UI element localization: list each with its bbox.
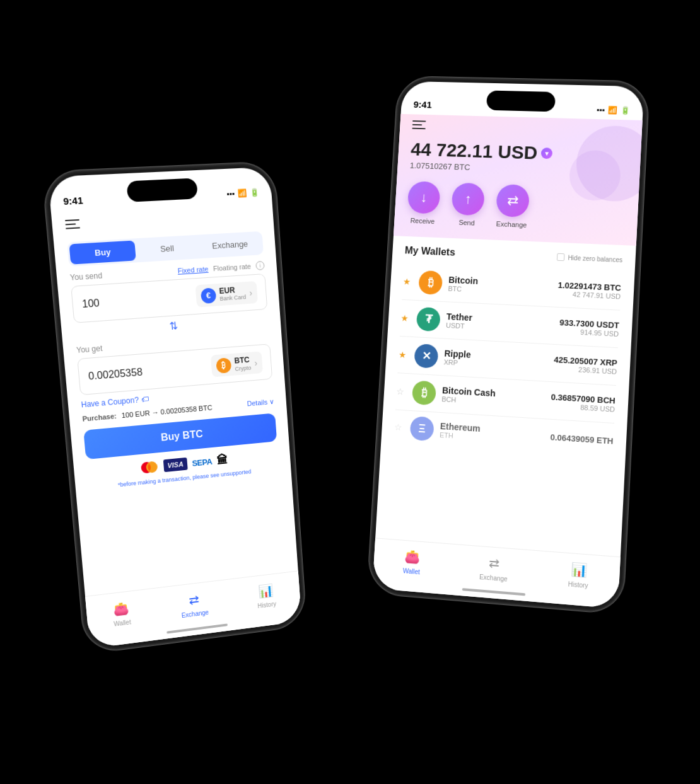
nav-exchange-right[interactable]: ⇄ Exchange: [479, 553, 509, 582]
wifi-icon: 📶: [237, 188, 247, 198]
sepa-icon: SEPA: [192, 455, 213, 470]
wallets-header: My Wallets Hide zero balances: [404, 245, 622, 266]
info-icon[interactable]: i: [255, 261, 265, 270]
wifi-icon-right: 📶: [607, 106, 617, 115]
exchange-icon: ⇄: [496, 184, 530, 217]
status-icons-right: ▪▪▪ 📶 🔋: [597, 105, 631, 115]
battery-icon: 🔋: [250, 188, 260, 197]
chevron-right-icon: ›: [249, 287, 253, 297]
wallets-section: My Wallets Hide zero balances ★ ₿ Bitcoi…: [380, 236, 636, 468]
star-btc[interactable]: ★: [403, 277, 413, 287]
status-icons-left: ▪▪▪ 📶 🔋: [226, 188, 260, 199]
send-amount: 100: [81, 297, 100, 309]
hamburger-menu-left[interactable]: [65, 219, 80, 229]
buy-tab[interactable]: Buy: [69, 241, 136, 265]
nav-exchange-label: Exchange: [181, 609, 209, 619]
nav-history-left[interactable]: 📊 History: [256, 581, 276, 609]
phones-container: 9:41 ▪▪▪ 📶 🔋 Buy S: [66, 45, 634, 739]
nav-exchange-label-right: Exchange: [479, 574, 508, 583]
eth-balance: 0.06439059 ETH: [550, 432, 614, 446]
balance-usd: 44 722.11 USD: [411, 139, 539, 163]
eth-coin-info: Ethereum ETH: [440, 421, 544, 446]
nav-wallet-label: Wallet: [114, 619, 131, 628]
left-phone-screen: 9:41 ▪▪▪ 📶 🔋 Buy S: [48, 167, 301, 649]
btc-balance: 1.02291473 BTC 42 747.91 USD: [557, 280, 622, 300]
time-right: 9:41: [413, 99, 432, 110]
wallets-title: My Wallets: [404, 245, 455, 258]
hamburger-menu-right[interactable]: [412, 120, 426, 129]
time-left: 9:41: [63, 195, 84, 207]
fixed-rate-label[interactable]: Fixed rate: [177, 265, 208, 275]
star-eth[interactable]: ☆: [394, 422, 405, 432]
hide-zeros-label: Hide zero balances: [568, 254, 622, 263]
usdt-balance: 933.7300 USDT 914.95 USD: [559, 318, 619, 338]
send-button[interactable]: ↑ Send: [450, 183, 485, 228]
send-label: Send: [458, 219, 475, 227]
xrp-balance: 425.205007 XRP 236.91 USD: [553, 355, 617, 376]
right-phone-screen: 9:41 ▪▪▪ 📶 🔋: [372, 81, 644, 609]
coupon-icon: 🏷: [141, 395, 149, 405]
receive-label: Receive: [410, 217, 435, 225]
history-nav-icon: 📊: [257, 582, 274, 601]
wallet-nav-icon: 👛: [112, 599, 131, 618]
star-xrp[interactable]: ★: [399, 350, 409, 360]
dynamic-island-left: [126, 178, 198, 202]
purchase-label: Purchase:: [82, 412, 117, 423]
receive-icon: ↓: [407, 181, 440, 214]
disclaimer-link[interactable]: unsupported: [221, 469, 252, 478]
signal-icon-right: ▪▪▪: [597, 105, 605, 114]
bch-balance: 0.36857090 BCH 88.59 USD: [551, 392, 615, 413]
nav-wallet-right[interactable]: 👛 Wallet: [402, 547, 421, 575]
hide-zeros-checkbox[interactable]: [557, 253, 565, 261]
floating-rate-label[interactable]: Floating rate: [213, 262, 252, 272]
chevron-right-icon-2: ›: [254, 358, 258, 368]
exchange-form: You send Fixed rate Floating rate i 100 …: [57, 260, 291, 493]
xrp-coin-info: Ripple XRP: [443, 349, 547, 372]
exchange-tab[interactable]: Exchange: [198, 233, 262, 257]
receive-button[interactable]: ↓ Receive: [406, 181, 440, 225]
exchange-nav-icon-right: ⇄: [485, 553, 504, 573]
eur-icon: €: [201, 287, 216, 304]
signal-icon: ▪▪▪: [226, 189, 235, 199]
wallet-nav-icon-right: 👛: [403, 547, 421, 566]
mastercard-icon: [139, 461, 159, 475]
nav-exchange-left[interactable]: ⇄ Exchange: [180, 589, 209, 619]
get-currency-badge[interactable]: ₿ BTC Crypto ›: [211, 352, 263, 378]
dynamic-island-right: [486, 90, 556, 112]
nav-history-label: History: [257, 601, 276, 609]
send-icon: ↑: [451, 183, 485, 216]
history-nav-icon-right: 📊: [569, 560, 588, 579]
nav-history-label-right: History: [568, 580, 588, 589]
send-currency-info: EUR Bank Card: [219, 285, 246, 303]
usdt-coin-info: Tether USDT: [446, 311, 554, 334]
get-currency-info: BTC Crypto: [234, 355, 251, 372]
get-amount: 0.00205358: [88, 366, 143, 382]
bottom-nav-left: 👛 Wallet ⇄ Exchange 📊 History: [85, 570, 301, 649]
visa-icon: VISA: [163, 458, 188, 472]
star-bch[interactable]: ☆: [396, 386, 407, 397]
details-link[interactable]: Details ∨: [247, 398, 274, 408]
eth-coin-icon: Ξ: [409, 416, 434, 441]
xrp-coin-icon: ✕: [414, 343, 438, 369]
exchange-button[interactable]: ⇄ Exchange: [495, 184, 530, 229]
tab-bar: Buy Sell Exchange: [67, 231, 264, 267]
balance-dropdown-icon[interactable]: ▼: [541, 147, 553, 159]
star-usdt[interactable]: ★: [400, 313, 411, 324]
wallet-screen: 44 722.11 USD ▼ 1.07510267 BTC ↓ Receive…: [372, 114, 642, 609]
eth-amount: 0.06439059 ETH: [550, 432, 614, 446]
bch-coin-info: Bitcoin Cash BCH: [441, 385, 545, 409]
usdt-coin-icon: ₮: [416, 307, 441, 331]
exchange-label: Exchange: [496, 220, 527, 229]
bch-coin-icon: ₿: [412, 381, 436, 406]
bottom-nav-right: 👛 Wallet ⇄ Exchange 📊 History: [372, 538, 621, 609]
nav-wallet-left[interactable]: 👛 Wallet: [112, 599, 131, 627]
bank-icon: 🏛: [216, 454, 228, 467]
exchange-screen: Buy Sell Exchange You send Fixed rate Fl…: [51, 201, 301, 649]
right-phone: 9:41 ▪▪▪ 📶 🔋: [368, 78, 648, 613]
nav-history-right[interactable]: 📊 History: [568, 560, 589, 589]
rate-options: Fixed rate Floating rate i: [177, 261, 265, 275]
btc-coin-icon: ₿: [418, 270, 443, 295]
sell-tab[interactable]: Sell: [134, 237, 199, 261]
hide-zeros-toggle[interactable]: Hide zero balances: [557, 253, 622, 263]
send-currency-badge[interactable]: € EUR Bank Card ›: [195, 281, 258, 308]
